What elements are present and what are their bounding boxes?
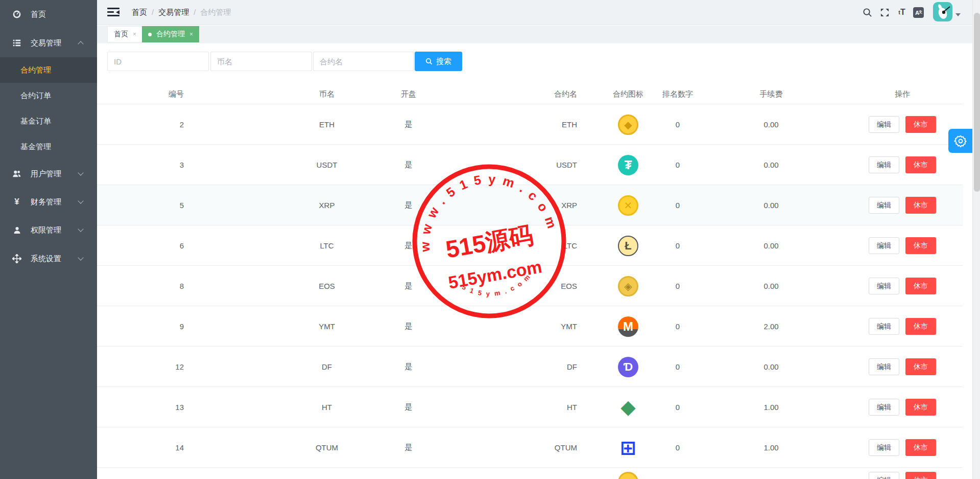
cell-fee: 1.00	[733, 427, 809, 468]
cell-coin-icon: ◈	[603, 266, 654, 306]
market-close-button[interactable]: 休市	[905, 318, 936, 335]
edit-button[interactable]: 编辑	[869, 358, 899, 375]
cell-rank: 0	[652, 306, 703, 347]
cell-contract-name: YMT	[475, 306, 577, 347]
tab-contract-management[interactable]: 合约管理 ×	[142, 26, 199, 42]
chevron-down-icon	[78, 226, 83, 232]
market-close-button[interactable]: 休市	[905, 197, 936, 214]
search-button[interactable]: 搜索	[415, 52, 462, 71]
table-row: 13 HT 是 HT ⬥ 0 1.00 编辑 休市	[97, 387, 963, 427]
edit-button[interactable]: 编辑	[869, 472, 899, 479]
cell-rank: 0	[652, 427, 703, 468]
edit-button[interactable]: 编辑	[869, 318, 899, 335]
cell-contract-name: EOS	[475, 266, 577, 306]
table-row: 2 ETH 是 ETH ◆ 0 0.00 编辑 休市	[97, 104, 963, 145]
sidebar-subitem-1[interactable]: 合约管理	[0, 57, 97, 83]
search-input-coin[interactable]	[210, 52, 312, 71]
search-icon[interactable]	[861, 6, 874, 19]
fontsize-icon[interactable]: tT	[895, 6, 909, 19]
market-close-button[interactable]: 休市	[905, 399, 936, 416]
cell-open: 是	[357, 266, 460, 306]
ymt-coin-icon: M	[618, 316, 638, 337]
scrollbar-thumb[interactable]	[974, 13, 980, 192]
cell-open: 是	[357, 225, 460, 266]
edit-button[interactable]: 编辑	[869, 156, 899, 173]
market-close-button[interactable]: 休市	[905, 439, 936, 456]
cell-fee: 0.00	[733, 347, 809, 387]
sidebar-item-label: 用户管理	[31, 169, 61, 179]
cell-open	[357, 468, 460, 479]
sidebar-item-label: 交易管理	[31, 38, 61, 48]
translate-label: A文	[915, 10, 922, 16]
market-close-button[interactable]: 休市	[905, 156, 936, 173]
search-input-id[interactable]	[107, 52, 209, 71]
cell-rank: 0	[652, 387, 703, 427]
cell-actions: 编辑 休市	[854, 104, 951, 145]
market-close-button[interactable]: 休市	[905, 472, 936, 479]
edit-button[interactable]: 编辑	[869, 237, 899, 254]
column-header: 编号	[107, 84, 184, 104]
sidebar-subitem-4[interactable]: 基金管理	[0, 134, 97, 159]
cell-open: 是	[357, 104, 460, 145]
edit-button[interactable]: 编辑	[869, 116, 899, 133]
eth-coin-icon: ◆	[618, 115, 638, 135]
edit-button[interactable]: 编辑	[869, 399, 899, 416]
cell-rank: 0	[652, 225, 703, 266]
fullscreen-icon[interactable]	[878, 6, 891, 19]
cell-open: 是	[357, 306, 460, 347]
caret-down-icon[interactable]	[955, 13, 961, 16]
cell-open: 是	[357, 145, 460, 185]
edit-button[interactable]: 编辑	[869, 439, 899, 456]
sidebar-item-settings[interactable]: 系统设置	[0, 244, 97, 273]
cell-id: 12	[107, 347, 184, 387]
table-row: 6 LTC 是 LTC Ł 0 0.00 编辑 休市	[97, 225, 963, 266]
cell-id: 13	[107, 387, 184, 427]
tab-home[interactable]: 首页 ×	[107, 26, 143, 42]
translate-icon[interactable]: A文	[913, 7, 924, 18]
sidebar-subitem-3[interactable]: 基金订单	[0, 108, 97, 134]
cell-rank	[652, 468, 703, 479]
cell-fee: 1.00	[733, 387, 809, 427]
collapse-menu-icon[interactable]	[107, 8, 119, 17]
chevron-up-icon	[78, 41, 83, 47]
cell-actions: 编辑 休市	[854, 266, 951, 306]
settings-gear-button[interactable]	[948, 129, 972, 153]
cell-contract-name: LTC	[475, 225, 577, 266]
user-avatar[interactable]	[933, 2, 952, 21]
sidebar-item-users[interactable]: 用户管理	[0, 159, 97, 188]
cell-id	[107, 468, 184, 479]
sidebar-item-home[interactable]: 首页	[0, 0, 97, 29]
close-icon[interactable]: ×	[189, 31, 193, 38]
table-row: 3 USDT 是 USDT ₮ 0 0.00 编辑 休市	[97, 145, 963, 185]
cell-open: 是	[357, 427, 460, 468]
cell-id: 5	[107, 185, 184, 225]
sidebar-subitem-2[interactable]: 合约订单	[0, 83, 97, 108]
cell-id: 2	[107, 104, 184, 145]
market-close-button[interactable]: 休市	[905, 237, 936, 254]
edit-button[interactable]: 编辑	[869, 197, 899, 214]
breadcrumb-home[interactable]: 首页	[132, 8, 147, 16]
dashboard-icon	[12, 10, 21, 19]
sidebar-item-trade[interactable]: 交易管理	[0, 29, 97, 57]
cell-contract-name: ETH	[475, 104, 577, 145]
active-dot	[148, 33, 152, 36]
close-icon[interactable]: ×	[133, 31, 136, 38]
yen-icon: ¥	[12, 197, 21, 207]
sidebar-item-label: 权限管理	[31, 225, 61, 235]
market-close-button[interactable]: 休市	[905, 278, 936, 294]
breadcrumb-trade[interactable]: 交易管理	[158, 8, 189, 16]
sidebar-item-finance[interactable]: ¥ 财务管理	[0, 188, 97, 216]
cell-coin-icon: ₮	[603, 145, 654, 185]
column-header: 合约名	[475, 84, 577, 104]
sidebar-item-label: 财务管理	[31, 197, 61, 207]
sidebar-item-permission[interactable]: 权限管理	[0, 216, 97, 244]
cell-fee: 2.00	[733, 306, 809, 347]
search-input-contract[interactable]	[313, 52, 414, 71]
edit-button[interactable]: 编辑	[869, 278, 899, 294]
market-close-button[interactable]: 休市	[905, 116, 936, 133]
cell-coin-icon: Ɗ	[603, 347, 654, 387]
trade-list-icon	[12, 38, 21, 48]
market-close-button[interactable]: 休市	[905, 358, 936, 375]
scrollbar-track[interactable]	[972, 0, 980, 479]
cell-actions: 编辑 休市	[854, 145, 951, 185]
